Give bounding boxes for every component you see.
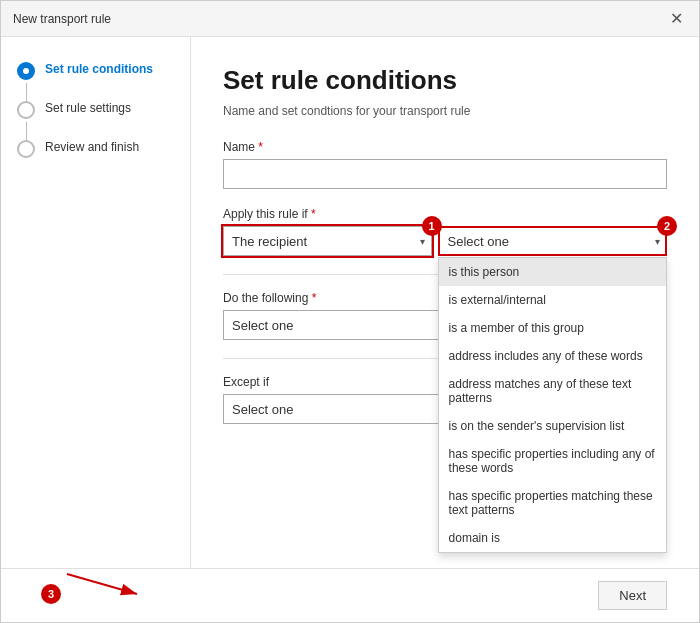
name-section: Name * <box>223 140 667 189</box>
dropdown-item-3[interactable]: address includes any of these words <box>439 342 666 370</box>
condition-left-select[interactable]: The recipient <box>223 226 432 256</box>
name-input[interactable] <box>223 159 667 189</box>
apply-required: * <box>311 207 316 221</box>
dropdown-item-2[interactable]: is a member of this group <box>439 314 666 342</box>
main-content: Set rule conditions Name and set condtio… <box>191 37 699 568</box>
arrow-annotation <box>67 574 147 604</box>
step3-label: Review and finish <box>45 139 139 156</box>
badge-2: 2 <box>657 216 677 236</box>
dropdown-item-6[interactable]: has specific properties including any of… <box>439 440 666 482</box>
do-required: * <box>312 291 317 305</box>
page-subtitle: Name and set condtions for your transpor… <box>223 104 667 118</box>
dropdown-item-0[interactable]: is this person <box>439 258 666 286</box>
step1-label: Set rule conditions <box>45 61 153 78</box>
dialog-container: New transport rule ✕ Set rule conditions… <box>0 0 700 623</box>
badge-3: 3 <box>41 584 61 604</box>
condition-right-select[interactable]: Select one <box>438 226 667 256</box>
condition-left-wrapper: 1 The recipient ▾ <box>223 226 432 256</box>
dropdown-item-8[interactable]: domain is <box>439 524 666 552</box>
step3-circle <box>17 140 35 158</box>
apply-section: Apply this rule if * 1 The recipient ▾ 2 <box>223 207 667 256</box>
badge3-area: 3 <box>41 574 147 604</box>
condition-dropdown: is this person is external/internal is a… <box>438 257 667 553</box>
dropdown-item-4[interactable]: address matches any of these text patter… <box>439 370 666 412</box>
page-title: Set rule conditions <box>223 65 667 96</box>
dropdown-item-5[interactable]: is on the sender's supervision list <box>439 412 666 440</box>
svg-line-1 <box>67 574 137 594</box>
step2-circle <box>17 101 35 119</box>
name-required: * <box>258 140 263 154</box>
sidebar-item-step1[interactable]: Set rule conditions <box>17 61 174 80</box>
dropdown-item-7[interactable]: has specific properties matching these t… <box>439 482 666 524</box>
dialog-title: New transport rule <box>13 12 111 26</box>
sidebar-item-step3[interactable]: Review and finish <box>17 139 174 158</box>
apply-label: Apply this rule if * <box>223 207 667 221</box>
condition-row: 1 The recipient ▾ 2 Select one ▾ <box>223 226 667 256</box>
dialog-body: Set rule conditions Set rule settings Re… <box>1 37 699 568</box>
step2-label: Set rule settings <box>45 100 131 117</box>
next-button[interactable]: Next <box>598 581 667 610</box>
footer: 3 Next <box>1 568 699 622</box>
name-label: Name * <box>223 140 667 154</box>
step1-circle <box>17 62 35 80</box>
sidebar: Set rule conditions Set rule settings Re… <box>1 37 191 568</box>
dropdown-item-1[interactable]: is external/internal <box>439 286 666 314</box>
badge-1: 1 <box>422 216 442 236</box>
titlebar: New transport rule ✕ <box>1 1 699 37</box>
close-button[interactable]: ✕ <box>666 11 687 27</box>
condition-right-wrapper: 2 Select one ▾ is this person is externa… <box>438 226 667 256</box>
sidebar-item-step2[interactable]: Set rule settings <box>17 100 174 119</box>
